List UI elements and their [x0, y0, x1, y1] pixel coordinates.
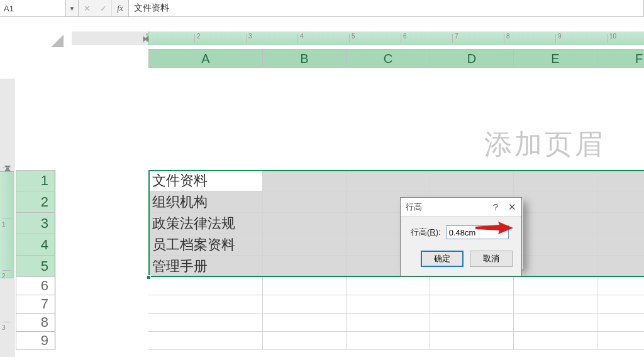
- fill-handle[interactable]: [147, 275, 151, 280]
- cell[interactable]: [263, 191, 347, 213]
- cell[interactable]: [263, 314, 347, 332]
- formula-input[interactable]: [128, 0, 644, 16]
- cell[interactable]: 组织机构: [148, 191, 263, 213]
- name-box-dropdown-icon[interactable]: ▼: [66, 0, 79, 16]
- cell[interactable]: 管理手册: [148, 256, 263, 277]
- cell[interactable]: [514, 170, 597, 191]
- cancel-entry-icon[interactable]: ✕: [79, 0, 95, 16]
- cell[interactable]: [347, 277, 430, 295]
- column-header[interactable]: A: [148, 49, 263, 68]
- cancel-button[interactable]: 取消: [470, 251, 513, 267]
- cell[interactable]: [263, 213, 347, 234]
- ruler-vertical[interactable]: 1 2 3: [0, 79, 14, 357]
- row-header[interactable]: 2: [16, 191, 55, 213]
- table-row: [148, 277, 644, 295]
- cell[interactable]: [597, 213, 644, 234]
- table-row: [148, 332, 644, 350]
- cell[interactable]: [263, 332, 347, 350]
- cell[interactable]: [148, 277, 263, 295]
- row-height-input[interactable]: [446, 225, 509, 239]
- cell[interactable]: [347, 170, 430, 191]
- dialog-title: 行高: [406, 201, 422, 213]
- column-header[interactable]: E: [514, 49, 597, 68]
- ruler-tick-label: 9: [558, 33, 562, 40]
- cell[interactable]: [263, 170, 347, 191]
- cell[interactable]: [430, 277, 514, 295]
- cell[interactable]: [514, 234, 597, 256]
- ruler-tick-label: 5: [352, 33, 355, 40]
- ok-button[interactable]: 确定: [421, 251, 464, 267]
- cell[interactable]: [514, 213, 597, 234]
- cell[interactable]: [514, 277, 597, 295]
- cell[interactable]: [597, 256, 644, 277]
- ruler-tick-label: 2: [197, 33, 201, 40]
- row-header[interactable]: 3: [16, 213, 55, 234]
- cell[interactable]: [148, 295, 263, 314]
- spreadsheet-grid[interactable]: 文件资料组织机构政策法律法规员工档案资料管理手册: [148, 170, 644, 350]
- row-header[interactable]: 9: [16, 332, 55, 350]
- confirm-entry-icon[interactable]: ✓: [95, 0, 111, 16]
- table-row: 员工档案资料: [148, 234, 644, 256]
- ruler-tick-label: 10: [609, 33, 616, 40]
- cell[interactable]: 员工档案资料: [148, 234, 263, 256]
- ruler-horizontal[interactable]: 1 2 3 4 5 6 7 8 9 10 11: [72, 31, 644, 45]
- cell[interactable]: 文件资料: [148, 170, 263, 191]
- cell[interactable]: [263, 277, 347, 295]
- ruler-tick-label: 1: [2, 221, 6, 228]
- header-watermark[interactable]: 添加页眉: [484, 126, 605, 163]
- row-header[interactable]: 7: [16, 295, 55, 314]
- cell[interactable]: [597, 191, 644, 213]
- column-headers: ABCDEF: [148, 49, 644, 68]
- ruler-tick-label: 4: [300, 33, 304, 40]
- row-headers: 123456789: [16, 170, 55, 350]
- cell[interactable]: [430, 314, 514, 332]
- cell[interactable]: [148, 332, 263, 350]
- row-header[interactable]: 8: [16, 314, 55, 332]
- table-row: 管理手册: [148, 256, 644, 277]
- close-icon[interactable]: ✕: [508, 201, 516, 213]
- dialog-titlebar[interactable]: 行高 ? ✕: [401, 198, 521, 217]
- cell[interactable]: [263, 256, 347, 277]
- column-header[interactable]: D: [430, 49, 514, 68]
- cell[interactable]: [514, 191, 597, 213]
- table-row: [148, 295, 644, 314]
- ruler-tick-label: 2: [2, 273, 6, 280]
- row-header[interactable]: 5: [16, 256, 55, 277]
- cell[interactable]: [263, 234, 347, 256]
- ruler-tick-label: 1: [145, 33, 149, 40]
- row-header[interactable]: 1: [16, 170, 55, 191]
- cell[interactable]: [597, 314, 644, 332]
- column-header[interactable]: B: [263, 49, 347, 68]
- name-box[interactable]: [0, 0, 66, 16]
- cell[interactable]: [597, 277, 644, 295]
- cell[interactable]: [514, 256, 597, 277]
- row-height-dialog: 行高 ? ✕ 行高(R): 确定 取消: [400, 197, 522, 276]
- column-header[interactable]: F: [597, 49, 644, 68]
- cell[interactable]: [597, 234, 644, 256]
- cell[interactable]: [597, 295, 644, 314]
- cell[interactable]: [148, 314, 263, 332]
- cell[interactable]: [430, 332, 514, 350]
- cell[interactable]: [514, 314, 597, 332]
- cell[interactable]: [430, 170, 514, 191]
- cell[interactable]: [514, 332, 597, 350]
- cell[interactable]: [597, 332, 644, 350]
- ruler-tick-label: 8: [506, 33, 510, 40]
- select-all-triangle[interactable]: [16, 33, 66, 48]
- cell[interactable]: [597, 170, 644, 191]
- cell[interactable]: [430, 295, 514, 314]
- cell[interactable]: [514, 295, 597, 314]
- cell[interactable]: [347, 295, 430, 314]
- fx-icon[interactable]: fx: [112, 0, 128, 16]
- cell[interactable]: [347, 332, 430, 350]
- ruler-tick-label: 3: [2, 324, 6, 331]
- cell[interactable]: [263, 295, 347, 314]
- cell[interactable]: 政策法律法规: [148, 213, 263, 234]
- table-row: 组织机构: [148, 191, 644, 213]
- row-header[interactable]: 6: [16, 277, 55, 295]
- column-header[interactable]: C: [347, 49, 430, 68]
- row-header[interactable]: 4: [16, 234, 55, 256]
- cell[interactable]: [347, 314, 430, 332]
- table-row: 政策法律法规: [148, 213, 644, 234]
- help-icon[interactable]: ?: [493, 201, 498, 212]
